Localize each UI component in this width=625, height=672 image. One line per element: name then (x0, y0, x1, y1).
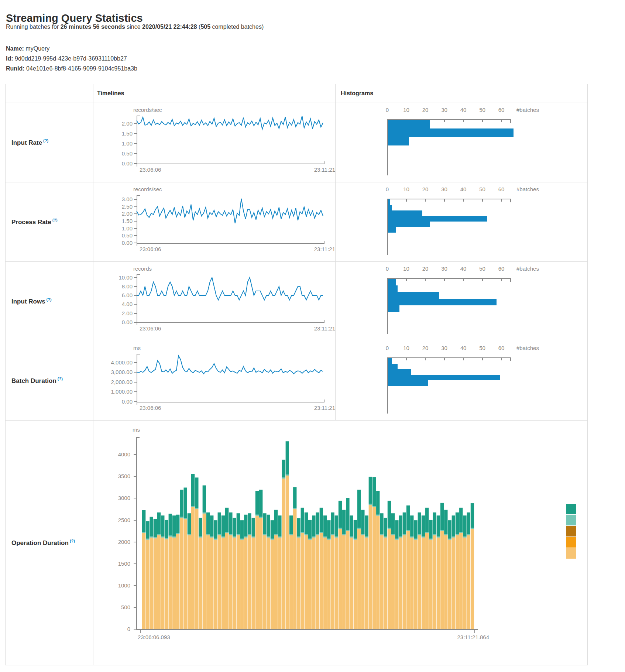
hist-tick-mark (425, 358, 426, 360)
y-tick-mark (134, 391, 137, 392)
completed-count: 505 (200, 24, 210, 30)
running-duration: 26 minutes 56 seconds (61, 24, 125, 30)
y-tick-mark (134, 362, 137, 363)
batch-duration-help-icon[interactable]: (?) (58, 377, 63, 381)
hist-tick-label: 30 (441, 107, 447, 113)
process-rate-histogram-chart: #batches 0102030405060 (336, 182, 587, 261)
hist-bar (388, 292, 439, 299)
hist-tick-label: 50 (479, 265, 485, 272)
table-row: Process Rate(?) records/sec 23:06:06 23:… (6, 182, 587, 262)
hist-tick-label: 50 (479, 186, 485, 192)
hist-tick-mark (463, 358, 464, 360)
table-header-row: Timelines Histograms (6, 84, 587, 103)
hist-tick-label: 60 (498, 345, 505, 351)
x-axis-start-tick (137, 243, 137, 246)
y-tick-label: 4000 (93, 451, 130, 457)
hist-tick-label: 0 (386, 107, 389, 113)
hist-unit-label: #batches (516, 107, 539, 113)
y-tick-label: 0 (93, 626, 130, 632)
hist-bar (388, 299, 497, 305)
x-axis-start-label: 23:06:06 (140, 405, 161, 411)
batch-duration-label: Batch Duration(?) (11, 377, 63, 385)
hist-tick-label: 20 (422, 345, 429, 351)
hist-unit-label: #batches (516, 345, 539, 351)
y-tick-label: 3000 (93, 495, 130, 501)
y-tick-label: 0.00 (93, 398, 133, 405)
y-tick-mark (134, 213, 137, 214)
hist-tick-label: 10 (403, 186, 409, 192)
x-axis-start-tick (137, 322, 137, 325)
row-label-cell: Process Rate(?) (6, 182, 93, 261)
running-prefix: Running batches for (6, 24, 61, 30)
row-label-cell: Operation Duration(?) (6, 421, 93, 665)
input-rate-timeline-chart: records/sec 23:06:06 23:11:21 2.001.501.… (93, 103, 336, 182)
y-tick-label: 1.00 (93, 225, 133, 232)
hist-tick-label: 60 (498, 186, 505, 192)
operation-duration-help-icon[interactable]: (?) (70, 539, 75, 543)
x-axis-start-tick (137, 402, 137, 405)
hist-tick-label: 10 (403, 265, 409, 272)
table-row: Input Rate(?) records/sec 23:06:06 23:11… (6, 103, 587, 182)
y-tick-label: 4,000.00 (93, 359, 133, 366)
timeline-unit-label: records/sec (133, 107, 162, 113)
y-axis-top-cap (136, 437, 140, 438)
y-tick-mark (134, 382, 137, 383)
input-rows-help-icon[interactable]: (?) (47, 297, 52, 302)
hist-tick-mark (501, 358, 502, 360)
runid-value: 04e101e6-8bf8-4165-9099-9104c951ba3b (26, 65, 137, 72)
y-tick-mark (134, 476, 136, 477)
hist-tick-mark (501, 199, 502, 202)
operation-duration-legend (566, 504, 576, 559)
y-tick-mark (134, 454, 136, 455)
x-axis-start-tick (137, 164, 137, 167)
y-tick-label: 3.00 (93, 196, 133, 202)
x-axis-start-label: 23:06:06 (140, 325, 161, 332)
hist-tick-label: 0 (386, 265, 389, 272)
y-tick-mark (134, 629, 136, 630)
hist-tick-mark (463, 199, 464, 202)
timeline-unit-label: records/sec (133, 186, 162, 192)
x-axis-line (136, 629, 478, 630)
y-tick-mark (134, 133, 137, 134)
input-rows-timeline-chart: records 23:06:06 23:11:21 10.008.006.004… (93, 262, 336, 341)
hist-bar (388, 120, 430, 128)
y-tick-mark (134, 286, 137, 287)
hist-bar (388, 358, 392, 364)
y-tick-label: 2,000.00 (93, 379, 133, 385)
hist-tick-mark (444, 279, 445, 281)
legend-swatch (566, 537, 576, 548)
hist-tick-mark (501, 120, 502, 122)
y-tick-mark (134, 372, 137, 373)
hist-tick-mark (444, 358, 445, 360)
y-tick-mark (134, 304, 137, 305)
hist-bar (388, 216, 487, 222)
y-tick-label: 500 (93, 604, 130, 610)
hist-bar (388, 369, 411, 375)
hist-tick-label: 0 (386, 186, 389, 192)
hist-bar (388, 222, 430, 227)
input-rate-label: Input Rate(?) (11, 138, 48, 147)
id-label: Id: (6, 55, 13, 62)
y-tick-mark (134, 277, 137, 278)
process-rate-help-icon[interactable]: (?) (52, 218, 58, 222)
x-axis-start-label: 23:06:06.093 (138, 634, 170, 640)
x-axis-end-tick (474, 630, 475, 633)
y-tick-mark (134, 520, 136, 521)
y-tick-label: 0.00 (93, 240, 133, 246)
y-tick-mark (134, 243, 137, 243)
timeline-line-series (137, 274, 323, 322)
legend-swatch (566, 504, 576, 514)
input-rows-histogram-chart: #batches 0102030405060 (336, 262, 587, 341)
table-row: Input Rows(?) records 23:06:06 23:11:21 … (6, 262, 587, 341)
query-runid-line: RunId: 04e101e6-8bf8-4165-9099-9104c951b… (6, 64, 137, 73)
y-tick-mark (134, 153, 137, 154)
x-axis-line (137, 322, 324, 323)
header-empty-cell (6, 84, 93, 103)
y-tick-label: 2000 (93, 539, 130, 545)
x-axis-start-tick (140, 630, 141, 633)
hist-tick-label: 10 (403, 107, 409, 113)
hist-unit-label: #batches (516, 265, 539, 272)
name-value: myQuery (25, 45, 49, 52)
input-rate-help-icon[interactable]: (?) (43, 138, 48, 143)
timeline-line-series (137, 195, 323, 243)
